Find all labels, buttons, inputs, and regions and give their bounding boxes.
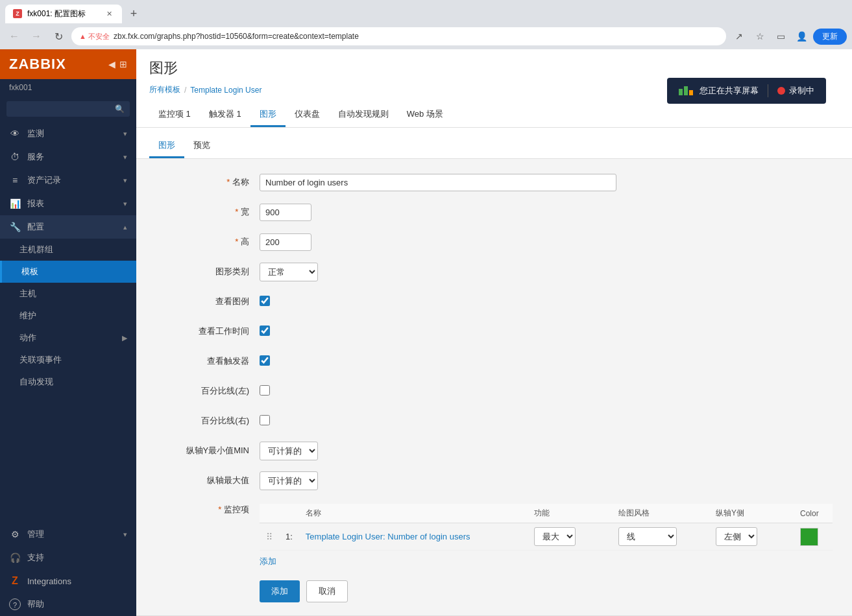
item-y-axis-select[interactable]: 左侧 右侧	[716, 527, 757, 546]
breadcrumb-current-template[interactable]: Template Login User	[190, 86, 262, 95]
sub-tab-preview[interactable]: 预览	[184, 134, 219, 158]
breadcrumb-all-templates[interactable]: 所有模板	[149, 84, 180, 95]
logo-icons: ◀ ⊞	[108, 59, 127, 69]
item-draw-style-select[interactable]: 线 虚线 粗线 填充区域	[618, 527, 677, 546]
new-tab-button[interactable]: +	[125, 5, 143, 23]
items-table-header: 名称 功能 绘图风格 纵轴Y侧 Color	[260, 504, 833, 523]
percent-right-checkbox[interactable]	[260, 415, 270, 425]
config-icon: 🔧	[9, 222, 21, 232]
name-field-container	[260, 174, 616, 191]
tab-web-scenarios[interactable]: Web 场景	[398, 103, 452, 127]
sidebar-item-hostgroups[interactable]: 主机群组	[0, 239, 136, 261]
percent-left-label: 百分比线(左)	[156, 385, 260, 397]
height-input[interactable]	[260, 233, 311, 251]
search-input[interactable]	[12, 104, 111, 113]
drag-handle-icon[interactable]: ⠿	[266, 532, 273, 542]
sub-tab-graph[interactable]: 图形	[149, 134, 184, 158]
reload-button[interactable]: ↻	[49, 27, 67, 45]
sidebar-item-templates[interactable]: 模板	[0, 261, 136, 283]
width-input[interactable]	[260, 204, 311, 221]
form-row-height: 高	[156, 231, 833, 252]
item-name-link[interactable]: Template Login User: Number of login use…	[306, 532, 470, 541]
show-triggers-checkbox[interactable]	[260, 355, 270, 366]
bookmark-button[interactable]: ☆	[751, 27, 769, 45]
sidebar-item-maintenance[interactable]: 维护	[0, 305, 136, 327]
width-field-container	[260, 204, 311, 221]
tab-triggers[interactable]: 触发器 1	[200, 103, 250, 127]
tab-bar: Z fxk001: 配置图标 ✕ +	[0, 0, 852, 23]
sidebar-item-help[interactable]: ? 帮助	[0, 593, 136, 616]
tab-monitor-items[interactable]: 监控项 1	[149, 103, 200, 127]
sidebar-item-support-label: 支持	[27, 552, 127, 563]
address-bar: ← → ↻ ▲ 不安全 zbx.fxk.com/graphs.php?hosti…	[0, 23, 852, 49]
sidebar-item-admin[interactable]: ⚙ 管理 ▾	[0, 523, 136, 546]
form-row-items: 监控项 名称 功能 绘图风格 纵轴Y侧 Color	[156, 500, 833, 567]
update-button[interactable]: 更新	[813, 29, 847, 45]
form-row-show-triggers: 查看触发器	[156, 351, 833, 372]
tab-graphs[interactable]: 图形	[250, 103, 286, 127]
col-color: Color	[794, 504, 833, 523]
name-input[interactable]	[260, 174, 616, 191]
graph-type-select[interactable]: 正常 堆叠的 饼图 分解饼图	[260, 263, 318, 281]
sidebar-item-monitor[interactable]: 👁 监测 ▾	[0, 122, 136, 145]
percent-left-checkbox[interactable]	[260, 385, 270, 396]
sidebar-item-actions-label: 动作	[19, 332, 36, 344]
item-function-select[interactable]: 最大 最小 平均 全部	[534, 527, 576, 546]
reports-arrow-icon: ▾	[123, 200, 127, 208]
add-button[interactable]: 添加	[260, 580, 300, 602]
sidebar-item-correlations[interactable]: 关联项事件	[0, 349, 136, 371]
sidebar-collapse-icon[interactable]: ◀	[108, 59, 116, 69]
sidebar-item-reports[interactable]: 📊 报表 ▾	[0, 192, 136, 215]
y-min-container: 可计算的 固定的 条目	[260, 442, 318, 460]
tab-actions-button[interactable]: ▭	[772, 27, 790, 45]
search-container: 🔍	[6, 101, 130, 117]
tab-auto-discovery[interactable]: 自动发现规则	[329, 103, 398, 127]
show-work-time-checkbox[interactable]	[260, 326, 270, 336]
address-field[interactable]: ▲ 不安全 zbx.fxk.com/graphs.php?hostid=1056…	[71, 27, 726, 45]
item-name-cell: Template Login User: Number of login use…	[299, 523, 528, 551]
tab-dashboards[interactable]: 仪表盘	[286, 103, 329, 127]
profile-button[interactable]: 👤	[792, 27, 810, 45]
sub-tabs: 图形 预览	[136, 128, 852, 159]
form-row-show-legend: 查看图例	[156, 291, 833, 312]
form-row-show-work-time: 查看工作时间	[156, 321, 833, 342]
name-label: 名称	[156, 176, 260, 188]
tab-favicon: Z	[13, 9, 22, 18]
admin-arrow-icon: ▾	[123, 530, 127, 539]
sidebar-item-autodiscovery[interactable]: 自动发现	[0, 371, 136, 393]
form-row-graph-type: 图形类别 正常 堆叠的 饼图 分解饼图	[156, 261, 833, 282]
col-function: 功能	[528, 504, 612, 523]
service-arrow-icon: ▾	[123, 153, 127, 161]
graph-type-label: 图形类别	[156, 266, 260, 278]
share-button[interactable]: ↗	[730, 27, 748, 45]
active-tab[interactable]: Z fxk001: 配置图标 ✕	[5, 5, 122, 23]
page-tabs: 监控项 1 触发器 1 图形 仪表盘 自动发现规则 Web 场景	[149, 103, 839, 127]
app: ZABBIX ◀ ⊞ fxk001 🔍 👁 监测 ▾ ⏱ 服务 ▾ ≡ 资产记录	[0, 49, 852, 616]
search-icon[interactable]: 🔍	[115, 104, 125, 113]
item-num-cell: 1:	[279, 523, 299, 551]
sidebar-item-service[interactable]: ⏱ 服务 ▾	[0, 145, 136, 169]
notification-banner: 您正在共享屏幕 录制中	[667, 78, 826, 104]
sidebar-item-reports-label: 报表	[27, 198, 117, 209]
item-color-swatch[interactable]	[800, 528, 818, 546]
forward-button[interactable]: →	[27, 27, 45, 45]
show-legend-checkbox[interactable]	[260, 296, 270, 306]
sidebar-grid-icon[interactable]: ⊞	[119, 59, 127, 69]
sidebar-item-hosts[interactable]: 主机	[0, 283, 136, 305]
y-max-select[interactable]: 可计算的 固定的 条目	[260, 471, 318, 490]
sidebar-item-config[interactable]: 🔧 配置 ▴	[0, 215, 136, 239]
monitor-arrow-icon: ▾	[123, 130, 127, 138]
y-min-select[interactable]: 可计算的 固定的 条目	[260, 442, 318, 460]
sidebar-item-support[interactable]: 🎧 支持	[0, 546, 136, 569]
form-row-width: 宽	[156, 202, 833, 222]
add-item-link[interactable]: 添加	[260, 556, 276, 567]
tab-close-button[interactable]: ✕	[104, 8, 114, 19]
screen-share-icon	[679, 86, 693, 95]
height-label: 高	[156, 236, 260, 248]
sidebar-item-integrations[interactable]: Z Integrations	[0, 569, 136, 593]
back-button[interactable]: ←	[5, 27, 23, 45]
sidebar-item-assets[interactable]: ≡ 资产记录 ▾	[0, 169, 136, 192]
browser-chrome: Z fxk001: 配置图标 ✕ + ← → ↻ ▲ 不安全 zbx.fxk.c…	[0, 0, 852, 49]
sidebar-item-actions[interactable]: 动作 ▶	[0, 327, 136, 349]
cancel-button[interactable]: 取消	[306, 580, 348, 602]
